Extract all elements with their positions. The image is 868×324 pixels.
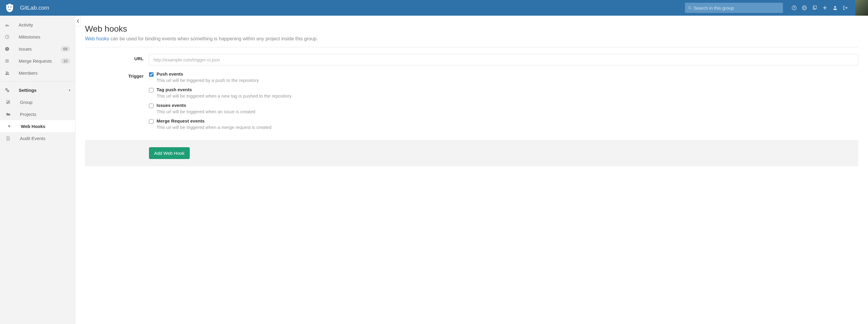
trigger-title: Tag push events (157, 87, 292, 92)
sidebar-item-settings[interactable]: Settings ▾ (0, 84, 75, 96)
web-hooks-link[interactable]: Web hooks (85, 36, 109, 41)
clock-icon (5, 35, 19, 39)
svg-rect-10 (814, 6, 816, 9)
svg-point-27 (7, 72, 9, 73)
add-web-hook-button[interactable]: Add Web Hook (149, 147, 190, 159)
submit-area: Add Web Hook (85, 140, 858, 166)
svg-point-1 (10, 6, 11, 7)
signout-icon[interactable] (840, 3, 850, 13)
file-icon (6, 136, 20, 141)
url-input[interactable] (149, 54, 858, 65)
trigger-title: Issues events (157, 103, 255, 108)
gitlab-logo-icon[interactable] (4, 2, 15, 13)
trigger-label: Trigger (85, 71, 149, 134)
svg-line-3 (690, 8, 691, 9)
search-box[interactable] (685, 3, 783, 13)
svg-point-0 (8, 6, 9, 7)
page-description: Web hooks can be used for binding events… (85, 36, 858, 42)
exclamation-icon (5, 47, 19, 51)
trigger-checkbox[interactable] (149, 72, 154, 77)
sidebar-item-label: Projects (20, 112, 70, 117)
sidebar-item-label: Settings (19, 87, 67, 93)
sidebar-item-web-hooks[interactable]: Web Hooks (0, 120, 75, 132)
gears-icon (5, 88, 19, 93)
sidebar-item-label: Activity (19, 22, 70, 27)
sidebar-item-label: Group (20, 100, 70, 105)
trigger-item: Issues eventsThis url will be triggered … (149, 103, 858, 114)
page-description-text: can be used for binding events when some… (109, 36, 318, 41)
trigger-item: Merge Request eventsThis url will be tri… (149, 118, 858, 130)
search-icon (688, 6, 692, 10)
trigger-checkbox[interactable] (149, 104, 154, 108)
sidebar-item-milestones[interactable]: Milestones (0, 31, 75, 43)
help-icon[interactable]: ? (789, 3, 799, 13)
issues-badge: 68 (61, 46, 70, 52)
sidebar-item-label: Web Hooks (21, 124, 70, 129)
merge-requests-badge: 10 (61, 58, 70, 64)
svg-point-22 (7, 49, 7, 50)
globe-icon[interactable] (799, 3, 809, 13)
trigger-hint: This url will be triggered when an issue… (157, 109, 255, 114)
trigger-item: Tag push eventsThis url will be triggere… (149, 87, 858, 99)
svg-point-26 (6, 71, 7, 73)
folder-icon (6, 112, 20, 116)
sidebar-item-issues[interactable]: Issues 68 (0, 43, 75, 55)
sidebar-item-activity[interactable]: Activity (0, 19, 75, 31)
link-icon (7, 124, 21, 128)
edit-icon (6, 100, 20, 104)
sidebar-item-label: Merge Requests (19, 59, 61, 64)
page-title: Web hooks (85, 24, 858, 34)
trigger-title: Push events (157, 71, 259, 76)
svg-point-29 (6, 89, 7, 89)
trigger-hint: This url will be triggered when a merge … (157, 125, 272, 130)
sidebar-item-label: Issues (19, 46, 61, 51)
sidebar-item-label: Members (19, 70, 70, 76)
chevron-left-icon: ❮ (76, 19, 79, 23)
trigger-checkbox[interactable] (149, 119, 154, 124)
svg-text:?: ? (793, 6, 795, 10)
trigger-item: Push eventsThis url will be triggered by… (149, 71, 858, 83)
sidebar: ❮ Activity Milestones Issues 68 Merge Re… (0, 16, 75, 324)
url-label: URL (85, 54, 149, 65)
sidebar-item-audit-events[interactable]: Audit Events (0, 132, 75, 144)
chevron-down-icon: ▾ (69, 88, 70, 92)
sidebar-item-label: Audit Events (20, 136, 70, 141)
list-icon (5, 59, 19, 63)
trigger-hint: This url will be triggered by a push to … (157, 78, 259, 83)
main-content: Web hooks Web hooks can be used for bind… (75, 16, 868, 324)
sidebar-item-projects[interactable]: Projects (0, 108, 75, 120)
user-icon[interactable] (830, 3, 840, 13)
svg-line-19 (7, 37, 8, 37)
sidebar-item-group[interactable]: Group (0, 96, 75, 108)
collapse-sidebar-button[interactable]: ❮ (75, 16, 81, 26)
avatar[interactable] (855, 0, 868, 16)
sidebar-item-label: Milestones (19, 34, 70, 39)
svg-point-13 (834, 6, 836, 8)
header: GitLab.com ? (0, 0, 868, 16)
files-icon[interactable] (809, 3, 820, 13)
plus-icon[interactable] (820, 3, 830, 13)
svg-point-31 (8, 91, 8, 91)
trigger-checkbox[interactable] (149, 88, 154, 93)
trigger-hint: This url will be triggered when a new ta… (157, 93, 292, 99)
sidebar-item-merge-requests[interactable]: Merge Requests 10 (0, 55, 75, 67)
trigger-title: Merge Request events (157, 118, 272, 123)
svg-point-2 (688, 6, 691, 8)
brand-name[interactable]: GitLab.com (20, 4, 49, 11)
header-icons: ? (783, 3, 853, 13)
search-input[interactable] (694, 5, 780, 10)
dashboard-icon (5, 23, 19, 27)
sidebar-item-members[interactable]: Members (0, 67, 75, 79)
users-icon (5, 71, 19, 75)
